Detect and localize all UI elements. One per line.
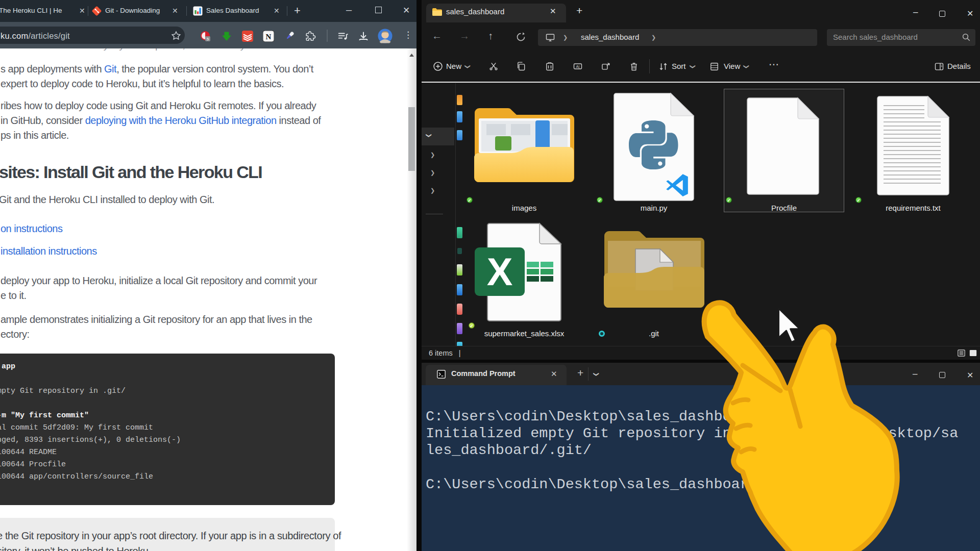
svg-text:N: N xyxy=(266,33,272,41)
svg-text:5: 5 xyxy=(207,37,209,41)
svg-text:A|: A| xyxy=(576,64,580,69)
svg-text:X: X xyxy=(487,250,513,293)
